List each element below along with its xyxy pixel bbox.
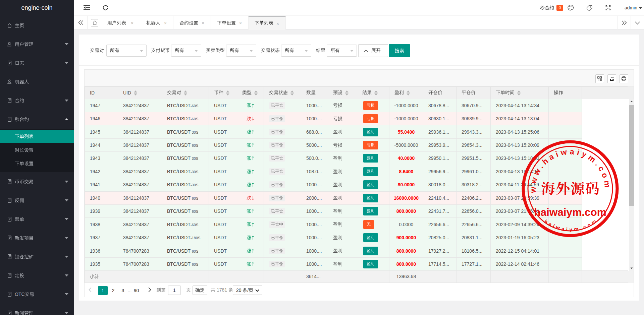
svg-text:haiwaiym.com: haiwaiym.com xyxy=(534,206,606,218)
svg-text:www.haiwaiym.com: www.haiwaiym.com xyxy=(529,147,612,193)
